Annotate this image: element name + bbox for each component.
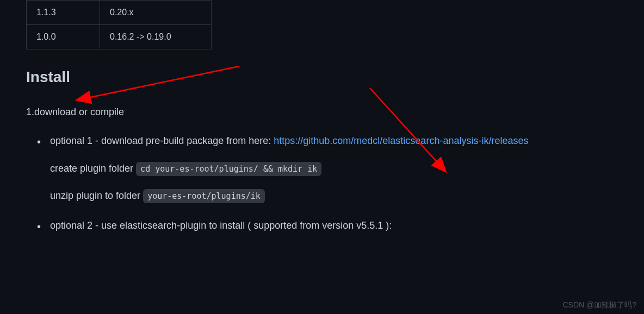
cell-es: 0.20.x [100, 1, 212, 25]
create-folder-text: create plugin folder [50, 163, 136, 174]
options-list: optional 1 - download pre-build package … [26, 133, 644, 234]
cell-version: 1.1.3 [27, 1, 100, 25]
unzip-text: unzip plugin to folder [50, 190, 143, 201]
table-row: 1.1.3 0.20.x [27, 1, 212, 25]
watermark: CSDN @加辣椒了吗? [562, 299, 636, 311]
unzip-line: unzip plugin to folder your-es-root/plug… [50, 187, 644, 204]
download-link[interactable]: https://github.com/medcl/elasticsearch-a… [274, 135, 528, 146]
list-item: optional 2 - use elasticsearch-plugin to… [50, 217, 644, 234]
unzip-code: your-es-root/plugins/ik [143, 189, 265, 203]
list-item: optional 1 - download pre-build package … [50, 133, 644, 204]
item1-prefix: optional 1 - download pre-build package … [50, 135, 274, 146]
cell-es: 0.16.2 -> 0.19.0 [100, 25, 212, 49]
section-intro: 1.download or compile [26, 105, 644, 120]
version-table: 1.1.3 0.20.x 1.0.0 0.16.2 -> 0.19.0 [26, 0, 212, 49]
table-row: 1.0.0 0.16.2 -> 0.19.0 [27, 25, 212, 49]
cell-version: 1.0.0 [27, 25, 100, 49]
create-folder-line: create plugin folder cd your-es-root/plu… [50, 160, 644, 177]
readme-content: 1.1.3 0.20.x 1.0.0 0.16.2 -> 0.19.0 Inst… [0, 0, 644, 234]
item2-text: optional 2 - use elasticsearch-plugin to… [50, 220, 392, 231]
install-heading: Install [26, 66, 644, 89]
create-folder-code: cd your-es-root/plugins/ && mkdir ik [136, 162, 321, 176]
